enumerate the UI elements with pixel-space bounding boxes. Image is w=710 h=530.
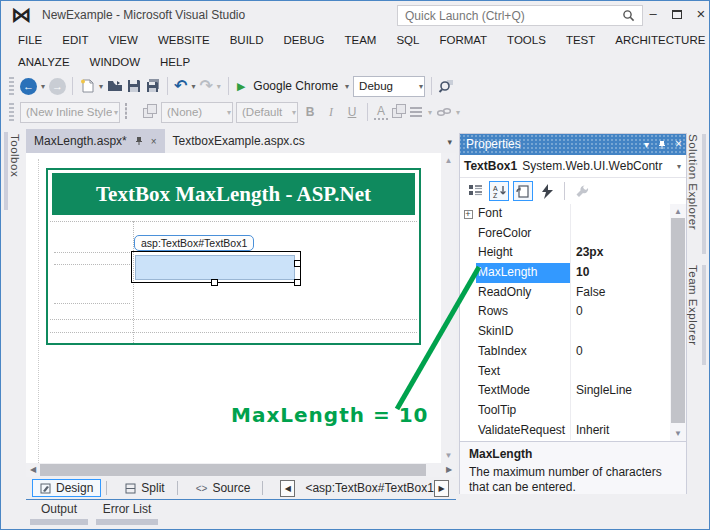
object-selector[interactable]: TextBox1 System.Web.UI.WebContr ▾ <box>460 155 686 178</box>
property-row-skinid[interactable]: SkinID <box>460 322 670 342</box>
window-position-dropdown-icon[interactable]: ▾ <box>644 134 649 155</box>
menu-team[interactable]: TEAM <box>334 29 386 51</box>
scrollbar-thumb[interactable] <box>40 464 426 476</box>
menu-build[interactable]: BUILD <box>220 29 274 51</box>
menu-edit[interactable]: EDIT <box>52 29 98 51</box>
undo-dropdown-icon[interactable]: ▾ <box>190 82 196 91</box>
error-list-tab[interactable]: Error List <box>96 502 158 525</box>
maximize-button[interactable] <box>666 1 688 27</box>
design-view-label: Design <box>56 481 93 495</box>
toolbar-grip[interactable] <box>9 77 14 95</box>
property-row-textmode[interactable]: TextMode SingleLine <box>460 381 670 401</box>
alphabetical-sort-icon[interactable]: AZ <box>489 181 509 201</box>
tag-navigator-label[interactable]: <asp:TextBox#TextBox1> <box>295 481 450 495</box>
search-icon[interactable] <box>622 9 642 22</box>
property-row-font[interactable]: + Font <box>460 204 670 224</box>
solution-explorer-tab[interactable]: Solution Explorer <box>687 134 706 254</box>
close-tab-icon[interactable]: × <box>151 136 157 147</box>
solution-config-combobox[interactable]: Debug ▾ <box>353 76 425 97</box>
close-button[interactable]: × <box>690 1 710 27</box>
font-size-value: (Default <box>242 106 282 118</box>
menu-window[interactable]: WINDOW <box>80 51 150 73</box>
source-view-button[interactable]: <> Source <box>189 480 258 496</box>
property-row-readonly[interactable]: ReadOnly False <box>460 283 670 303</box>
design-view-button[interactable]: Design <box>32 479 101 497</box>
menu-debug[interactable]: DEBUG <box>274 29 335 51</box>
toolbox-tab[interactable]: Toolbox <box>9 134 21 177</box>
textbox-control[interactable] <box>135 255 295 280</box>
editor-horizontal-scrollbar[interactable]: ◀ ▶ <box>26 463 456 477</box>
standard-toolbar: ← ▾ → ▾ ↶ ▾ ↷ ▾ ▶ Google Chrome ▾ Debug … <box>2 73 708 99</box>
scroll-down-icon[interactable]: ▼ <box>441 451 456 460</box>
pin-icon[interactable] <box>657 140 667 150</box>
resize-handle-right[interactable] <box>294 260 301 267</box>
scrollbar-thumb[interactable] <box>671 218 685 423</box>
property-row-tooltip[interactable]: ToolTip <box>460 401 670 421</box>
tab-list-dropdown-icon[interactable]: ▾ <box>447 137 456 147</box>
property-row-maxlength[interactable]: MaxLength 10 <box>460 263 670 283</box>
editor-vertical-scrollbar[interactable]: ▲ ▼ <box>441 153 456 463</box>
tag-nav-forward-icon[interactable]: ▶ <box>434 480 449 497</box>
menu-sql[interactable]: SQL <box>386 29 429 51</box>
scroll-right-icon[interactable]: ▶ <box>442 463 456 477</box>
events-icon[interactable] <box>537 181 557 201</box>
menu-help[interactable]: HELP <box>150 51 200 73</box>
menu-view[interactable]: VIEW <box>99 29 148 51</box>
close-panel-icon[interactable]: × <box>675 134 682 155</box>
start-debug-icon[interactable]: ▶ <box>235 80 247 93</box>
scroll-left-icon[interactable]: ◀ <box>26 463 40 477</box>
design-surface[interactable]: TextBox MaxLength - ASP.Net asp:TextBox#… <box>26 153 441 463</box>
undo-icon[interactable]: ↶ <box>174 78 187 94</box>
italic-button: I <box>322 105 340 120</box>
categorized-icon[interactable] <box>465 181 485 201</box>
source-view-icon: <> <box>196 483 208 494</box>
expand-icon[interactable]: + <box>464 210 473 219</box>
quick-launch-box[interactable]: Quick Launch (Ctrl+Q) <box>397 5 643 26</box>
resize-handle-bottom-right[interactable] <box>294 279 301 286</box>
property-row-rows[interactable]: Rows 0 <box>460 302 670 322</box>
save-all-icon[interactable] <box>145 78 161 94</box>
pin-icon[interactable] <box>134 136 144 146</box>
object-dropdown-icon: ▾ <box>676 162 682 171</box>
property-grid-scrollbar[interactable]: ▲ ▼ <box>670 204 686 441</box>
scroll-up-icon[interactable]: ▲ <box>670 207 686 216</box>
open-file-icon[interactable] <box>107 78 123 94</box>
team-explorer-tab[interactable]: Team Explorer <box>687 265 706 365</box>
menu-file[interactable]: FILE <box>8 29 52 51</box>
tab-textboxexample-aspx-cs[interactable]: TextboxExample.aspx.cs <box>165 129 313 153</box>
menu-test[interactable]: TEST <box>556 29 605 51</box>
list-dropdown-icon: ▾ <box>427 108 433 117</box>
property-row-tabindex[interactable]: TabIndex 0 <box>460 342 670 362</box>
run-target-label[interactable]: Google Chrome <box>250 79 341 93</box>
menu-website[interactable]: WEBSITE <box>148 29 220 51</box>
property-row-validaterequest[interactable]: ValidateRequest Inherit <box>460 421 670 441</box>
property-row-forecolor[interactable]: ForeColor <box>460 224 670 244</box>
scroll-up-icon[interactable]: ▲ <box>441 156 456 165</box>
menu-architecture[interactable]: ARCHITECTURE <box>605 29 710 51</box>
split-view-button[interactable]: Split <box>118 480 171 496</box>
save-icon[interactable] <box>126 78 142 94</box>
toolbar-grip[interactable] <box>9 103 14 121</box>
properties-view-icon[interactable] <box>513 181 533 201</box>
object-type: System.Web.UI.WebContr <box>522 159 674 173</box>
navigate-back-icon[interactable]: ← <box>20 78 37 95</box>
back-dropdown-icon[interactable]: ▾ <box>40 82 46 91</box>
dropdown-icon: ▾ <box>113 108 119 117</box>
menu-format[interactable]: FORMAT <box>429 29 497 51</box>
new-file-icon[interactable] <box>79 78 95 94</box>
output-tab[interactable]: Output <box>30 502 88 525</box>
tab-maxlength-aspx[interactable]: MaxLength.aspx* × <box>26 129 165 153</box>
property-row-height[interactable]: Height 23px <box>460 243 670 263</box>
minimize-button[interactable]: – <box>642 1 664 27</box>
font-size-combobox: (Default ▾ <box>236 102 298 123</box>
resize-handle-bottom[interactable] <box>211 279 218 286</box>
tag-nav-back-icon[interactable]: ◀ <box>280 480 295 497</box>
scroll-down-icon[interactable]: ▼ <box>670 429 686 438</box>
find-in-files-icon[interactable] <box>438 78 454 94</box>
properties-title-bar[interactable]: Properties ▾ × <box>460 134 686 155</box>
menu-tools[interactable]: TOOLS <box>497 29 556 51</box>
new-file-dropdown-icon[interactable]: ▾ <box>98 82 104 91</box>
run-target-dropdown-icon[interactable]: ▾ <box>344 82 350 91</box>
property-row-text[interactable]: Text <box>460 362 670 382</box>
menu-analyze[interactable]: ANALYZE <box>8 51 80 73</box>
